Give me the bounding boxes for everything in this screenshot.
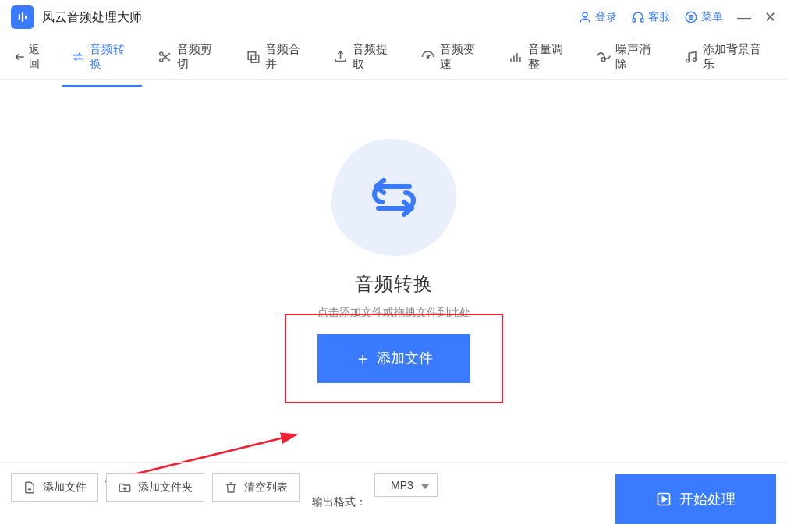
- minimize-button[interactable]: —: [737, 9, 750, 26]
- titlebar: 风云音频处理大师 登录 客服 菜单 — ✕: [0, 0, 787, 34]
- menu-icon: [684, 10, 698, 24]
- user-icon: [578, 10, 592, 24]
- titlebar-right: 登录 客服 菜单 — ✕: [578, 9, 776, 26]
- tab-audio-merge[interactable]: 音频合并: [236, 37, 319, 76]
- add-file-label: 添加文件: [377, 349, 433, 367]
- back-label: 返回: [29, 43, 50, 71]
- tab-label: 音频变速: [440, 42, 484, 72]
- scissors-icon: [158, 49, 172, 65]
- extract-icon: [333, 49, 348, 65]
- tab-add-bgm[interactable]: 添加背景音乐: [674, 37, 779, 76]
- tab-volume-adjust[interactable]: 音量调整: [498, 37, 581, 76]
- svg-rect-1: [22, 12, 23, 22]
- clear-list-label: 清空列表: [244, 481, 288, 495]
- svg-rect-0: [19, 14, 20, 20]
- svg-point-11: [160, 52, 163, 55]
- add-file-main-button[interactable]: ＋ 添加文件: [317, 334, 470, 383]
- convert-icon: [70, 49, 85, 65]
- bottom-bar: 添加文件 添加文件夹 清空列表 输出格式： MP3 开始处理: [0, 462, 787, 532]
- arrow-left-icon: [14, 51, 26, 63]
- tab-label: 音频合并: [265, 42, 310, 72]
- main-area: 音频转换 点击添加文件或拖拽文件到此处 ＋ 添加文件: [0, 80, 787, 462]
- add-folder-button[interactable]: 添加文件夹: [106, 473, 204, 502]
- titlebar-left: 风云音频处理大师: [11, 5, 142, 29]
- tab-label: 音频转换: [90, 42, 134, 72]
- speed-icon: [420, 49, 435, 65]
- tab-label: 噪声消除: [615, 42, 660, 72]
- play-icon: [656, 491, 672, 507]
- add-folder-label: 添加文件夹: [138, 481, 193, 495]
- annotation-highlight-box: ＋ 添加文件: [285, 314, 503, 403]
- app-title: 风云音频处理大师: [42, 9, 142, 26]
- tab-audio-speed[interactable]: 音频变速: [411, 37, 494, 76]
- back-button[interactable]: 返回: [8, 38, 56, 76]
- convert-illustration: [331, 139, 456, 256]
- trash-icon: [224, 481, 238, 495]
- menu-label: 菜单: [701, 10, 723, 24]
- output-format-value: MP3: [391, 479, 413, 491]
- tab-noise-removal[interactable]: 噪声消除: [587, 37, 669, 76]
- add-file-label: 添加文件: [43, 481, 87, 495]
- headset-icon: [631, 10, 645, 24]
- file-plus-icon: [23, 481, 37, 495]
- tab-audio-convert[interactable]: 音频转换: [61, 37, 144, 76]
- tab-label: 添加背景音乐: [703, 42, 770, 72]
- start-label: 开始处理: [679, 490, 736, 509]
- main-title: 音频转换: [355, 271, 433, 296]
- svg-point-25: [693, 58, 696, 61]
- support-button[interactable]: 客服: [631, 10, 670, 24]
- menu-button[interactable]: 菜单: [684, 10, 723, 24]
- login-button[interactable]: 登录: [578, 10, 617, 24]
- svg-rect-4: [633, 19, 635, 23]
- plus-icon: ＋: [355, 348, 370, 369]
- noise-icon: [596, 49, 611, 65]
- svg-rect-5: [641, 19, 643, 23]
- tab-label: 音量调整: [528, 42, 573, 72]
- tab-audio-cut[interactable]: 音频剪切: [148, 37, 231, 76]
- add-file-button[interactable]: 添加文件: [11, 473, 98, 502]
- music-icon: [683, 49, 698, 65]
- clear-list-button[interactable]: 清空列表: [212, 473, 300, 502]
- tab-label: 音频提取: [353, 42, 397, 72]
- app-icon: [11, 5, 34, 29]
- output-format-select[interactable]: MP3: [374, 473, 438, 497]
- toolbar: 返回 音频转换 音频剪切 音频合并 音频提取 音频变速 音量调整 噪声消除 添加…: [0, 34, 787, 80]
- folder-plus-icon: [118, 481, 132, 495]
- svg-rect-2: [25, 16, 27, 20]
- start-process-button[interactable]: 开始处理: [615, 474, 776, 524]
- svg-point-23: [601, 57, 605, 61]
- output-format-label: 输出格式：: [312, 495, 367, 509]
- tab-label: 音频剪切: [177, 42, 222, 72]
- close-button[interactable]: ✕: [764, 9, 776, 26]
- svg-point-12: [160, 58, 163, 61]
- svg-point-24: [686, 59, 690, 62]
- login-label: 登录: [595, 10, 617, 24]
- volume-icon: [508, 49, 523, 65]
- merge-icon: [246, 49, 261, 65]
- tab-audio-extract[interactable]: 音频提取: [324, 37, 406, 76]
- support-label: 客服: [648, 10, 670, 24]
- svg-marker-32: [662, 497, 666, 502]
- svg-point-3: [583, 12, 587, 17]
